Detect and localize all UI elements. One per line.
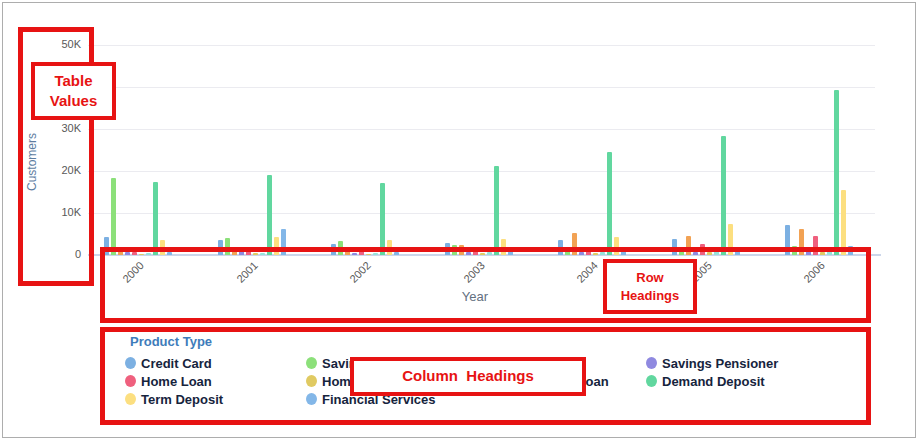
annotation-text: Headings bbox=[621, 287, 680, 305]
bar-demand-deposit-2001[interactable] bbox=[267, 175, 272, 255]
gridline bbox=[88, 171, 875, 172]
chart-frame: 010K20K30K40K50K200020012002200320042005… bbox=[2, 2, 916, 438]
gridline bbox=[88, 45, 875, 46]
gridline bbox=[88, 129, 875, 130]
bar-savings-2000[interactable] bbox=[111, 178, 116, 255]
gridline bbox=[88, 87, 875, 88]
bar-demand-deposit-2003[interactable] bbox=[494, 166, 499, 255]
annotation-label-column-headings: Column Headings bbox=[350, 357, 586, 396]
bar-demand-deposit-2002[interactable] bbox=[380, 183, 385, 255]
annotation-label-row-headings: Row Headings bbox=[603, 259, 697, 314]
annotation-text: Column Headings bbox=[402, 366, 534, 386]
bar-demand-deposit-2004[interactable] bbox=[607, 152, 612, 255]
gridline bbox=[88, 213, 875, 214]
annotation-text: Values bbox=[50, 91, 98, 111]
bar-term-deposit-2006[interactable] bbox=[841, 190, 846, 255]
annotation-text: Table bbox=[54, 71, 92, 91]
annotation-label-table-values: Table Values bbox=[31, 62, 116, 120]
annotation-text: Row bbox=[636, 269, 663, 287]
annotation-box-row-headings-region bbox=[100, 247, 871, 323]
bar-demand-deposit-2005[interactable] bbox=[721, 136, 726, 255]
bar-demand-deposit-2006[interactable] bbox=[834, 90, 839, 255]
bar-demand-deposit-2000[interactable] bbox=[153, 182, 158, 255]
